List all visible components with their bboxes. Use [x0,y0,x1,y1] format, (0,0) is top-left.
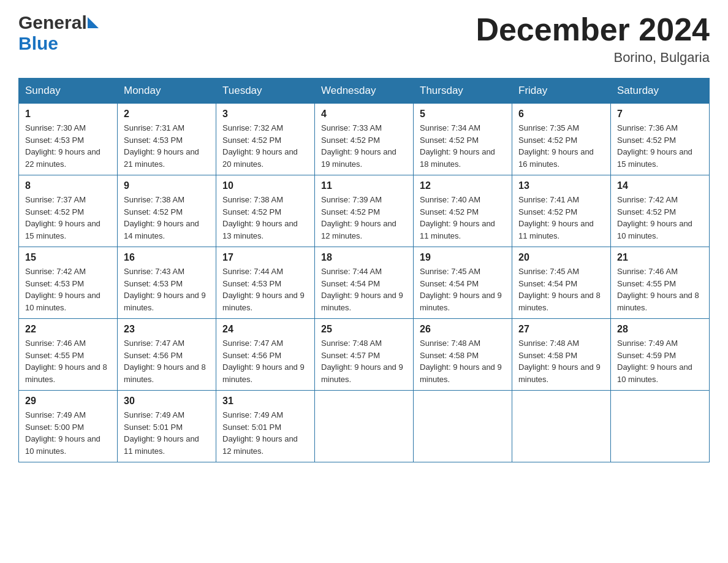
day-info: Sunrise: 7:44 AMSunset: 4:54 PMDaylight:… [321,266,407,313]
sunrise-text: Sunrise: 7:40 AM [420,194,506,206]
daylight-text: Daylight: 9 hours and 10 minutes. [617,361,703,385]
sunrise-text: Sunrise: 7:48 AM [420,337,506,350]
sunrise-text: Sunrise: 7:35 AM [518,122,604,134]
day-number: 15 [25,252,111,263]
day-number: 12 [420,180,506,191]
table-row: 7Sunrise: 7:36 AMSunset: 4:52 PMDaylight… [611,104,710,175]
day-number: 5 [420,109,506,120]
sunrise-text: Sunrise: 7:47 AM [222,337,308,350]
daylight-text: Daylight: 9 hours and 9 minutes. [518,361,604,385]
table-row: 20Sunrise: 7:45 AMSunset: 4:54 PMDayligh… [512,247,611,319]
calendar-week-row: 8Sunrise: 7:37 AMSunset: 4:52 PMDaylight… [19,175,710,247]
day-number: 20 [518,252,604,263]
sunset-text: Sunset: 4:52 PM [222,134,308,147]
daylight-text: Daylight: 9 hours and 10 minutes. [25,433,111,457]
daylight-text: Daylight: 9 hours and 9 minutes. [222,289,308,313]
day-number: 6 [518,109,604,120]
day-info: Sunrise: 7:33 AMSunset: 4:52 PMDaylight:… [321,122,407,170]
table-row: 18Sunrise: 7:44 AMSunset: 4:54 PMDayligh… [315,247,414,319]
day-number: 25 [321,324,407,335]
day-info: Sunrise: 7:47 AMSunset: 4:56 PMDaylight:… [222,337,308,385]
table-row: 11Sunrise: 7:39 AMSunset: 4:52 PMDayligh… [315,175,414,247]
calendar-week-row: 1Sunrise: 7:30 AMSunset: 4:53 PMDaylight… [19,104,710,175]
sunset-text: Sunset: 4:59 PM [617,350,703,362]
sunset-text: Sunset: 4:52 PM [420,134,506,147]
table-row: 9Sunrise: 7:38 AMSunset: 4:52 PMDaylight… [118,175,216,247]
table-row: 27Sunrise: 7:48 AMSunset: 4:58 PMDayligh… [512,319,611,391]
sunrise-text: Sunrise: 7:41 AM [518,194,604,206]
sunset-text: Sunset: 5:00 PM [25,421,111,434]
daylight-text: Daylight: 9 hours and 10 minutes. [617,218,703,242]
day-number: 27 [518,324,604,335]
calendar-body: 1Sunrise: 7:30 AMSunset: 4:53 PMDaylight… [19,104,710,462]
table-row: 10Sunrise: 7:38 AMSunset: 4:52 PMDayligh… [216,175,315,247]
day-info: Sunrise: 7:48 AMSunset: 4:57 PMDaylight:… [321,337,407,385]
day-info: Sunrise: 7:45 AMSunset: 4:54 PMDaylight:… [518,266,604,313]
calendar-week-row: 29Sunrise: 7:49 AMSunset: 5:00 PMDayligh… [19,391,710,462]
day-info: Sunrise: 7:46 AMSunset: 4:55 PMDaylight:… [25,337,111,385]
day-info: Sunrise: 7:44 AMSunset: 4:53 PMDaylight:… [222,266,308,313]
sunset-text: Sunset: 4:53 PM [124,134,210,147]
day-number: 17 [222,252,308,263]
header-tuesday: Tuesday [216,79,315,104]
sunrise-text: Sunrise: 7:48 AM [518,337,604,350]
sunrise-text: Sunrise: 7:45 AM [420,266,506,278]
day-info: Sunrise: 7:35 AMSunset: 4:52 PMDaylight:… [518,122,604,170]
day-info: Sunrise: 7:49 AMSunset: 5:01 PMDaylight:… [124,409,210,457]
sunrise-text: Sunrise: 7:44 AM [222,266,308,278]
day-number: 10 [222,180,308,191]
day-info: Sunrise: 7:42 AMSunset: 4:53 PMDaylight:… [25,266,111,313]
daylight-text: Daylight: 9 hours and 15 minutes. [617,146,703,170]
day-number: 9 [124,180,210,191]
table-row [414,391,512,462]
table-row: 16Sunrise: 7:43 AMSunset: 4:53 PMDayligh… [118,247,216,319]
table-row: 14Sunrise: 7:42 AMSunset: 4:52 PMDayligh… [611,175,710,247]
daylight-text: Daylight: 9 hours and 12 minutes. [321,218,407,242]
sunset-text: Sunset: 4:52 PM [617,206,703,218]
day-info: Sunrise: 7:39 AMSunset: 4:52 PMDaylight:… [321,194,407,242]
sunrise-text: Sunrise: 7:49 AM [617,337,703,350]
month-year-title: December 2024 [476,12,710,47]
sunset-text: Sunset: 5:01 PM [124,421,210,434]
sunrise-text: Sunrise: 7:49 AM [222,409,308,421]
daylight-text: Daylight: 9 hours and 20 minutes. [222,146,308,170]
header-monday: Monday [118,79,216,104]
page-header: General Blue December 2024 Borino, Bulga… [18,12,710,66]
sunrise-text: Sunrise: 7:39 AM [321,194,407,206]
day-number: 8 [25,180,111,191]
table-row: 26Sunrise: 7:48 AMSunset: 4:58 PMDayligh… [414,319,512,391]
sunrise-text: Sunrise: 7:42 AM [25,266,111,278]
day-number: 14 [617,180,703,191]
daylight-text: Daylight: 9 hours and 9 minutes. [420,289,506,313]
sunset-text: Sunset: 4:53 PM [25,278,111,290]
table-row [512,391,611,462]
daylight-text: Daylight: 9 hours and 22 minutes. [25,146,111,170]
logo: General Blue [18,12,99,54]
sunset-text: Sunset: 4:53 PM [124,278,210,290]
sunset-text: Sunset: 4:54 PM [518,278,604,290]
day-info: Sunrise: 7:48 AMSunset: 4:58 PMDaylight:… [420,337,506,385]
table-row: 31Sunrise: 7:49 AMSunset: 5:01 PMDayligh… [216,391,315,462]
sunrise-text: Sunrise: 7:38 AM [222,194,308,206]
day-info: Sunrise: 7:48 AMSunset: 4:58 PMDaylight:… [518,337,604,385]
table-row: 4Sunrise: 7:33 AMSunset: 4:52 PMDaylight… [315,104,414,175]
day-info: Sunrise: 7:49 AMSunset: 4:59 PMDaylight:… [617,337,703,385]
sunrise-text: Sunrise: 7:33 AM [321,122,407,134]
sunset-text: Sunset: 5:01 PM [222,421,308,434]
sunrise-text: Sunrise: 7:38 AM [124,194,210,206]
sunrise-text: Sunrise: 7:45 AM [518,266,604,278]
table-row: 5Sunrise: 7:34 AMSunset: 4:52 PMDaylight… [414,104,512,175]
table-row: 28Sunrise: 7:49 AMSunset: 4:59 PMDayligh… [611,319,710,391]
day-info: Sunrise: 7:43 AMSunset: 4:53 PMDaylight:… [124,266,210,313]
sunset-text: Sunset: 4:58 PM [518,350,604,362]
table-row: 24Sunrise: 7:47 AMSunset: 4:56 PMDayligh… [216,319,315,391]
day-number: 19 [420,252,506,263]
table-row: 17Sunrise: 7:44 AMSunset: 4:53 PMDayligh… [216,247,315,319]
calendar-week-row: 15Sunrise: 7:42 AMSunset: 4:53 PMDayligh… [19,247,710,319]
sunrise-text: Sunrise: 7:31 AM [124,122,210,134]
location-label: Borino, Bulgaria [476,50,710,66]
daylight-text: Daylight: 9 hours and 10 minutes. [25,289,111,313]
day-info: Sunrise: 7:30 AMSunset: 4:53 PMDaylight:… [25,122,111,170]
day-number: 22 [25,324,111,335]
header-sunday: Sunday [19,79,118,104]
